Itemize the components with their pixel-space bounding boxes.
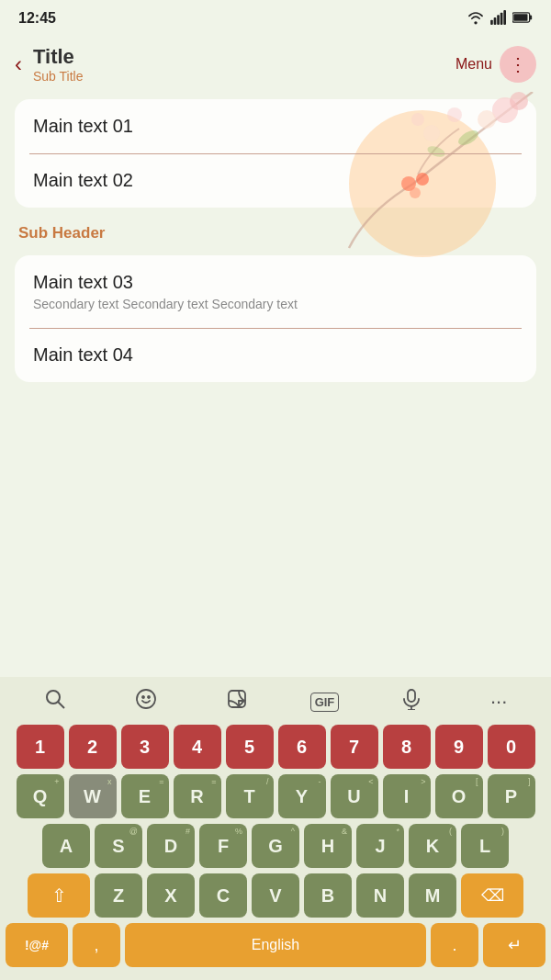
app-title: Title <box>33 45 455 69</box>
key-0[interactable]: 0 <box>488 725 535 769</box>
key-e[interactable]: =E <box>121 774 169 818</box>
kb-more-btn[interactable]: ··· <box>483 686 514 717</box>
keyboard-toolbar: GIF ··· <box>0 677 551 725</box>
key-q[interactable]: +Q <box>17 774 64 818</box>
svg-rect-0 <box>490 19 493 24</box>
key-5[interactable]: 5 <box>226 725 274 769</box>
key-t[interactable]: /T <box>226 774 274 818</box>
bottom-row: !@# , English . ↵ <box>6 923 545 967</box>
key-m[interactable]: M <box>409 873 456 918</box>
svg-line-20 <box>58 702 64 708</box>
app-bar-titles: Title Sub Title <box>33 45 455 84</box>
key-p[interactable]: ]P <box>488 774 535 818</box>
keyboard: GIF ··· 1 2 3 4 5 6 7 8 9 0 +Q xW <box>0 677 551 980</box>
key-2[interactable]: 2 <box>69 725 117 769</box>
key-o[interactable]: [O <box>435 774 483 818</box>
number-row: 1 2 3 4 5 6 7 8 9 0 <box>6 725 545 769</box>
kb-emoji-btn[interactable] <box>128 684 164 719</box>
key-7[interactable]: 7 <box>331 725 378 769</box>
key-r[interactable]: =R <box>174 774 221 818</box>
period-key[interactable]: . <box>431 923 478 967</box>
main-text-03: Main text 03 <box>33 272 518 293</box>
svg-rect-1 <box>494 17 497 25</box>
key-3[interactable]: 3 <box>121 725 169 769</box>
secondary-text-03: Secondary text Secondary text Secondary … <box>33 297 518 311</box>
svg-rect-6 <box>513 14 527 21</box>
key-c[interactable]: C <box>199 873 247 918</box>
key-w[interactable]: xW <box>69 774 117 818</box>
back-button[interactable]: ‹ <box>15 51 22 77</box>
content-area: Main text 01 Main text 02 Sub Header Mai… <box>0 92 551 432</box>
kb-search-btn[interactable] <box>37 684 73 719</box>
key-y[interactable]: -Y <box>278 774 326 818</box>
comma-key[interactable]: , <box>73 923 120 967</box>
svg-point-19 <box>47 691 60 704</box>
key-4[interactable]: 4 <box>174 725 221 769</box>
kb-sticker-btn[interactable] <box>219 684 255 719</box>
delete-key[interactable]: ⌫ <box>461 873 523 918</box>
svg-point-21 <box>137 690 155 708</box>
key-z[interactable]: Z <box>95 873 142 918</box>
key-l[interactable]: )L <box>461 824 509 868</box>
status-time: 12:45 <box>18 10 56 27</box>
asdf-row: A @S #D %F ^G &H *J (K )L <box>6 824 545 868</box>
svg-rect-7 <box>530 15 533 19</box>
key-i[interactable]: >I <box>383 774 431 818</box>
svg-point-22 <box>142 696 144 698</box>
app-bar: ‹ Title Sub Title Menu ⋮ <box>0 37 551 92</box>
key-b[interactable]: B <box>304 873 352 918</box>
svg-point-23 <box>148 696 150 698</box>
symbols-key[interactable]: !@# <box>6 923 68 967</box>
key-n[interactable]: N <box>356 873 404 918</box>
more-icon: ⋮ <box>509 53 527 75</box>
space-key[interactable]: English <box>125 923 426 967</box>
svg-rect-2 <box>497 15 500 25</box>
key-h[interactable]: &H <box>304 824 352 868</box>
main-text-02: Main text 02 <box>33 170 518 191</box>
kb-mic-btn[interactable] <box>394 684 429 719</box>
list-card-1: Main text 01 Main text 02 <box>15 99 536 208</box>
list-item-1: Main text 01 <box>15 99 536 153</box>
key-x[interactable]: X <box>147 873 195 918</box>
qwerty-row: +Q xW =E =R /T -Y <U >I [O ]P <box>6 774 545 818</box>
enter-key[interactable]: ↵ <box>483 923 545 967</box>
key-6[interactable]: 6 <box>278 725 326 769</box>
menu-label[interactable]: Menu <box>455 56 492 73</box>
key-8[interactable]: 8 <box>383 725 431 769</box>
keyboard-rows: 1 2 3 4 5 6 7 8 9 0 +Q xW =E =R /T -Y <U… <box>0 725 551 967</box>
key-v[interactable]: V <box>252 873 299 918</box>
key-9[interactable]: 9 <box>435 725 483 769</box>
key-g[interactable]: ^G <box>252 824 299 868</box>
list-item-3: Main text 03 Secondary text Secondary te… <box>15 255 536 328</box>
list-card-2: Main text 03 Secondary text Secondary te… <box>15 255 536 382</box>
key-s[interactable]: @S <box>95 824 142 868</box>
wifi-icon <box>467 10 485 28</box>
more-button[interactable]: ⋮ <box>500 46 536 83</box>
key-j[interactable]: *J <box>356 824 404 868</box>
key-u[interactable]: <U <box>331 774 378 818</box>
key-d[interactable]: #D <box>147 824 195 868</box>
key-k[interactable]: (K <box>409 824 456 868</box>
svg-rect-4 <box>503 10 506 25</box>
battery-icon <box>512 11 533 27</box>
shift-key[interactable]: ⇧ <box>28 873 90 918</box>
status-icons <box>467 10 533 28</box>
app-subtitle: Sub Title <box>33 69 455 84</box>
key-a[interactable]: A <box>42 824 90 868</box>
status-bar: 12:45 <box>0 0 551 37</box>
main-text-01: Main text 01 <box>33 116 518 137</box>
svg-rect-25 <box>408 690 415 702</box>
kb-gif-btn[interactable]: GIF <box>310 693 340 712</box>
key-f[interactable]: %F <box>199 824 247 868</box>
list-item-4: Main text 04 <box>15 328 536 382</box>
list-item-2: Main text 02 <box>15 153 536 208</box>
main-text-04: Main text 04 <box>33 344 518 366</box>
key-1[interactable]: 1 <box>17 725 64 769</box>
signal-icon <box>490 10 507 28</box>
zxcv-row: ⇧ Z X C V B N M ⌫ <box>6 873 545 918</box>
svg-rect-3 <box>500 12 503 24</box>
